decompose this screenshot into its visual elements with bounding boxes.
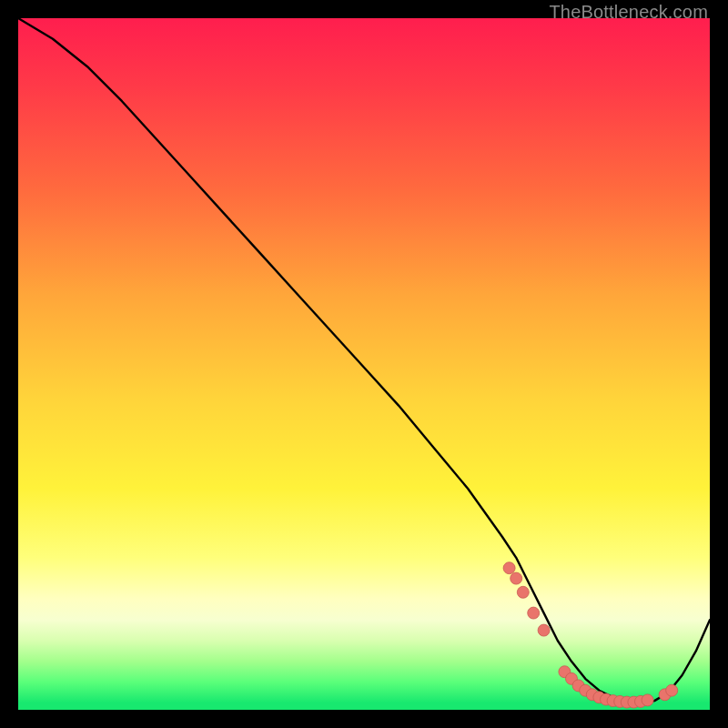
data-marker: [503, 562, 515, 574]
data-marker: [517, 586, 529, 598]
data-marker: [511, 572, 522, 584]
chart-frame: TheBottleneck.com: [0, 0, 728, 728]
plot-area: [18, 18, 710, 710]
data-marker: [666, 684, 678, 696]
chart-overlay: [18, 18, 710, 710]
bottleneck-curve: [18, 18, 710, 703]
data-marker: [642, 694, 653, 706]
data-marker: [528, 607, 540, 619]
data-marker: [538, 624, 550, 636]
